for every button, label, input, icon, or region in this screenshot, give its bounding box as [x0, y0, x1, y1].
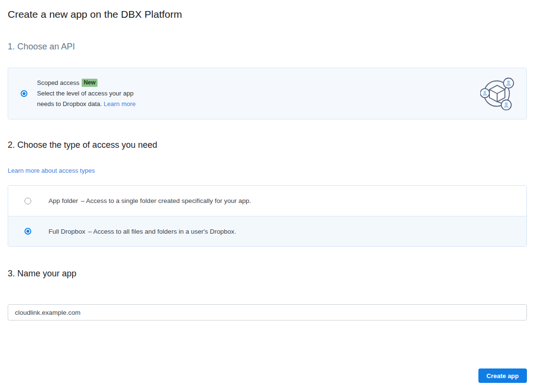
full-dropbox-radio[interactable] — [24, 228, 31, 235]
access-types-learn-more-link[interactable]: Learn more about access types — [8, 167, 95, 174]
scoped-access-card[interactable]: Scoped accessNew Select the level of acc… — [8, 68, 527, 119]
page-title: Create a new app on the DBX Platform — [8, 8, 527, 20]
create-app-button[interactable]: Create app — [478, 368, 527, 383]
person-left — [480, 89, 489, 98]
app-name-input[interactable] — [8, 304, 527, 321]
scoped-access-text: Scoped accessNew Select the level of acc… — [37, 78, 135, 109]
create-app-page: Create a new app on the DBX Platform 1. … — [0, 0, 537, 392]
person-top-right — [503, 78, 513, 88]
access-option-full-dropbox[interactable]: Full Dropbox– Access to all files and fo… — [8, 216, 526, 246]
footer: Create app — [8, 368, 527, 383]
access-option-app-folder[interactable]: App folder– Access to a single folder cr… — [8, 186, 526, 216]
app-folder-text: App folder– Access to a single folder cr… — [49, 197, 251, 204]
app-folder-radio[interactable] — [24, 198, 31, 204]
scoped-access-title: Scoped access — [37, 79, 79, 86]
scoped-access-title-row: Scoped accessNew — [37, 78, 135, 88]
section-heading-access-type: 2. Choose the type of access you need — [8, 140, 527, 150]
app-folder-description: – Access to a single folder created spec… — [81, 197, 251, 204]
scoped-access-network-icon — [480, 76, 515, 111]
app-folder-label: App folder — [49, 197, 78, 204]
section-heading-name-app: 3. Name your app — [8, 268, 527, 279]
full-dropbox-text: Full Dropbox– Access to all files and fo… — [49, 228, 236, 235]
scoped-access-radio[interactable] — [21, 90, 27, 97]
full-dropbox-description: – Access to all files and folders in a u… — [88, 228, 236, 235]
learn-more-link[interactable]: Learn more — [104, 100, 135, 107]
full-dropbox-label: Full Dropbox — [49, 228, 85, 235]
person-bottom-right — [501, 100, 512, 110]
scoped-access-description: Select the level of access your app need… — [37, 88, 135, 109]
scoped-access-description-line1: Select the level of access your app — [37, 90, 134, 97]
section-heading-choose-api: 1. Choose an API — [8, 41, 527, 52]
scoped-access-description-line2: needs to Dropbox data. — [37, 100, 102, 107]
access-type-list: App folder– Access to a single folder cr… — [8, 185, 527, 247]
new-badge: New — [82, 79, 98, 87]
